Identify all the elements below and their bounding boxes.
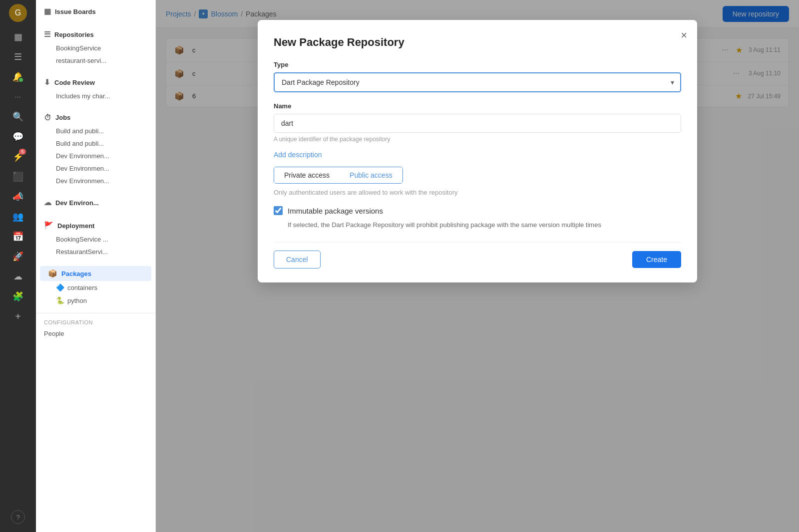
build-publish-2-item[interactable]: Build and publi...	[36, 137, 155, 150]
chat-icon[interactable]: 💬	[9, 128, 27, 146]
repositories-label: Repositories	[54, 31, 94, 38]
new-package-dialog: × New Package Repository Type Dart Packa…	[258, 20, 697, 282]
megaphone-icon[interactable]: 📣	[9, 188, 27, 206]
secondary-sidebar: ▦ Issue Boards ☰ Repositories BookingSer…	[36, 0, 156, 532]
jobs-section: ⏱ Jobs Build and publi... Build and publ…	[36, 106, 155, 191]
containers-icon: 🔷	[56, 283, 64, 291]
packages-nav-icon[interactable]: ⬛	[9, 168, 27, 186]
booking-service-item[interactable]: BookingService	[36, 42, 155, 54]
access-toggle: Private access Public access	[274, 167, 403, 184]
jobs-label: Jobs	[55, 114, 70, 121]
lightning-badge: 5	[19, 149, 26, 155]
containers-item[interactable]: 🔷 containers	[36, 281, 155, 294]
dialog-close-button[interactable]: ×	[679, 28, 689, 43]
packages-header[interactable]: 📦 Packages	[40, 266, 151, 281]
immutable-checkbox-row: Immutable package versions	[274, 206, 681, 215]
python-icon: 🐍	[56, 296, 64, 304]
name-input[interactable]	[274, 114, 681, 133]
calendar-icon[interactable]: 📅	[9, 228, 27, 246]
type-label: Type	[274, 61, 681, 68]
access-description: Only authenticated users are allowed to …	[274, 189, 681, 196]
jobs-section-icon: ⏱	[44, 113, 51, 122]
dev-environment-2-item[interactable]: Dev Environmen...	[36, 162, 155, 175]
dev-environments-section: ☁ Dev Environ...	[36, 191, 155, 214]
dev-environments-section-icon: ☁	[44, 198, 51, 207]
main-content: Projects / ✦ Blossom / Packages New repo…	[156, 0, 799, 532]
deployment-section-icon: 🚩	[44, 221, 53, 230]
includes-my-char-item[interactable]: Includes my char...	[36, 90, 155, 102]
code-review-section: ⬇ Code Review Includes my char...	[36, 71, 155, 106]
issue-boards-icon[interactable]: ▦	[9, 28, 27, 46]
left-sidebar: G ▦ ☰ 🔔 ··· 🔍 💬 ⚡ 5 ⬛ 📣 👥 📅 🚀 ☁ 🧩 + ?	[0, 0, 36, 532]
dialog-footer: Cancel Create	[274, 242, 681, 268]
code-review-label: Code Review	[54, 79, 95, 86]
more-icon[interactable]: ···	[9, 88, 27, 106]
repositories-section-icon: ☰	[44, 30, 50, 39]
search-icon[interactable]: 🔍	[9, 108, 27, 126]
restaurant-service-deploy-item[interactable]: RestaurantServi...	[36, 246, 155, 258]
dev-environment-3-item[interactable]: Dev Environmen...	[36, 175, 155, 187]
name-hint: A unique identifier of the package repos…	[274, 136, 681, 143]
issue-boards-section: ▦ Issue Boards	[36, 0, 155, 23]
add-description-link[interactable]: Add description	[274, 151, 322, 159]
jobs-header[interactable]: ⏱ Jobs	[36, 110, 155, 125]
deployment-header[interactable]: 🚩 Deployment	[36, 218, 155, 233]
repositories-header[interactable]: ☰ Repositories	[36, 27, 155, 42]
code-review-header[interactable]: ⬇ Code Review	[36, 75, 155, 90]
deploy-icon[interactable]: 🚀	[9, 248, 27, 266]
dev-environment-1-item[interactable]: Dev Environmen...	[36, 150, 155, 162]
packages-section-icon: 📦	[48, 269, 57, 278]
code-review-section-icon: ⬇	[44, 78, 50, 87]
team-icon[interactable]: 👥	[9, 208, 27, 226]
cancel-button[interactable]: Cancel	[274, 251, 321, 268]
plus-icon[interactable]: +	[9, 307, 27, 325]
cloud-icon[interactable]: ☁	[9, 267, 27, 285]
name-label: Name	[274, 102, 681, 110]
issue-boards-label: Issue Boards	[55, 8, 96, 15]
dialog-title: New Package Repository	[274, 36, 681, 49]
restaurant-service-item[interactable]: restaurant-servi...	[36, 54, 155, 67]
issue-boards-header[interactable]: ▦ Issue Boards	[36, 4, 155, 19]
issue-boards-section-icon: ▦	[44, 7, 51, 16]
question-icon[interactable]: ?	[11, 510, 25, 524]
python-item[interactable]: 🐍 python	[36, 294, 155, 307]
people-item[interactable]: People	[36, 327, 155, 340]
bell-icon[interactable]: 🔔	[9, 68, 27, 86]
immutable-label[interactable]: Immutable package versions	[288, 207, 383, 215]
immutable-description: If selected, the Dart Package Repository…	[288, 220, 681, 230]
public-access-button[interactable]: Public access	[340, 167, 402, 183]
deployment-section: 🚩 Deployment BookingService ... Restaura…	[36, 214, 155, 262]
repositories-icon[interactable]: ☰	[9, 48, 27, 66]
build-publish-1-item[interactable]: Build and publi...	[36, 125, 155, 137]
immutable-checkbox[interactable]	[274, 206, 283, 215]
packages-label: Packages	[61, 270, 91, 277]
modal-overlay[interactable]: × New Package Repository Type Dart Packa…	[156, 0, 799, 532]
dev-environments-header[interactable]: ☁ Dev Environ...	[36, 195, 155, 210]
create-button[interactable]: Create	[632, 251, 681, 268]
packages-section: 📦 Packages 🔷 containers 🐍 python	[36, 262, 155, 311]
repositories-section: ☰ Repositories BookingService restaurant…	[36, 23, 155, 71]
booking-service-deploy-item[interactable]: BookingService ...	[36, 233, 155, 246]
type-select-wrapper: Dart Package Repository Maven Repository…	[274, 72, 681, 92]
configuration-label: Configuration	[36, 315, 155, 327]
deployment-label: Deployment	[57, 222, 94, 230]
puzzle-icon[interactable]: 🧩	[9, 287, 27, 305]
avatar[interactable]: G	[9, 4, 27, 22]
type-select[interactable]: Dart Package Repository Maven Repository…	[274, 72, 681, 92]
name-section: Name A unique identifier of the package …	[274, 102, 681, 143]
private-access-button[interactable]: Private access	[274, 167, 340, 183]
lightning-icon[interactable]: ⚡ 5	[9, 148, 27, 166]
sidebar-divider	[36, 313, 155, 313]
dev-environments-label: Dev Environ...	[55, 199, 99, 207]
